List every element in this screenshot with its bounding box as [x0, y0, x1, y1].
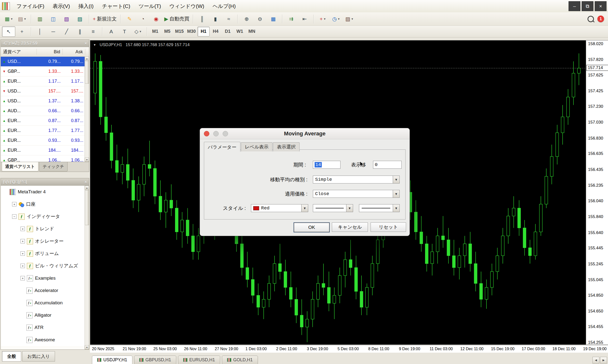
- cancel-button[interactable]: キャンセル: [332, 222, 368, 232]
- column-header-0[interactable]: 通貨ペア: [1, 49, 37, 55]
- ok-button[interactable]: OK: [294, 222, 330, 232]
- navigator-tab-favorites[interactable]: お気に入り: [22, 351, 55, 362]
- search-icon[interactable]: [588, 16, 594, 22]
- crosshair-tool-button[interactable]: +: [15, 26, 29, 37]
- profiles-button[interactable]: ▤▾: [15, 14, 29, 24]
- timeframe-mn-button[interactable]: MN: [246, 27, 258, 36]
- line-width-select[interactable]: ▼: [359, 204, 400, 212]
- table-row[interactable]: ▼USD...157....157....: [1, 86, 89, 96]
- collapse-icon[interactable]: −: [12, 214, 17, 219]
- templates-list-button[interactable]: ▨▾: [342, 14, 356, 24]
- expand-icon[interactable]: +: [20, 227, 25, 231]
- fibonacci-tool-button[interactable]: ≡: [87, 26, 100, 37]
- history-center-button[interactable]: ◔: [136, 14, 149, 24]
- tree-item[interactable]: −ƒインディケータ: [1, 210, 89, 223]
- table-row[interactable]: ▲EUR...184....184....: [1, 146, 89, 155]
- text-tool-button[interactable]: A: [105, 26, 118, 37]
- chevron-down-icon[interactable]: ▼: [393, 176, 399, 183]
- scrollbar-thumb[interactable]: [85, 61, 89, 84]
- ma-method-select[interactable]: Simple ▼: [313, 176, 400, 183]
- menu-item-4[interactable]: ツール(T): [134, 1, 165, 12]
- cursor-tool-button[interactable]: ↖: [2, 26, 15, 37]
- periods-list-button[interactable]: ◷▾: [329, 14, 342, 24]
- arrows-tool-button[interactable]: ◇▾: [131, 26, 144, 37]
- timeframe-m30-button[interactable]: M30: [185, 27, 197, 36]
- dialog-tab-1[interactable]: レベル表示: [241, 142, 272, 151]
- horizontal-line-tool-button[interactable]: ─: [47, 26, 60, 37]
- tree-item[interactable]: +口座: [1, 198, 89, 210]
- menu-item-0[interactable]: ファイル(F): [12, 1, 49, 12]
- auto-scroll-button[interactable]: ⇉: [285, 14, 298, 24]
- tree-item[interactable]: +ƒオシレーター: [1, 235, 89, 247]
- timeframe-d1-button[interactable]: D1: [222, 27, 234, 36]
- chevron-down-icon[interactable]: ▼: [346, 204, 353, 212]
- menu-item-1[interactable]: 表示(V): [49, 1, 74, 12]
- market-watch-tab-1[interactable]: ティックチ: [39, 162, 68, 171]
- reset-button[interactable]: リセット: [371, 222, 406, 232]
- chart-tab-gold-h1[interactable]: GOLD,H1: [222, 356, 258, 364]
- timeframe-m15-button[interactable]: M15: [173, 27, 185, 36]
- candlestick-mode-button[interactable]: ▮: [209, 14, 222, 24]
- expand-icon[interactable]: +: [20, 239, 25, 243]
- terminal-toggle-button[interactable]: ▨: [73, 14, 87, 24]
- close-icon[interactable]: ×: [84, 180, 87, 185]
- tree-item[interactable]: ƒxAlligator: [1, 309, 89, 321]
- navigator-toggle-button[interactable]: ▧: [60, 14, 73, 24]
- timeframe-h4-button[interactable]: H4: [210, 27, 222, 36]
- tree-item[interactable]: +ƒトレンド: [1, 223, 89, 235]
- vertical-line-tool-button[interactable]: │: [33, 26, 47, 37]
- table-row[interactable]: ▲EUR...1.77...1.77...: [1, 126, 89, 136]
- zoom-in-button[interactable]: ⊕: [240, 14, 253, 24]
- column-header-2[interactable]: Ask: [63, 49, 85, 55]
- dialog-tab-0[interactable]: パラメーター: [204, 142, 240, 152]
- tree-item[interactable]: ƒxATR: [1, 321, 89, 334]
- minimize-button[interactable]: –: [569, 1, 580, 11]
- metaeditor-button[interactable]: ✎: [123, 14, 136, 24]
- tree-item[interactable]: MetaTrader 4: [1, 186, 89, 198]
- close-button[interactable]: ×: [595, 1, 607, 11]
- menu-item-2[interactable]: 挿入(I): [74, 1, 98, 12]
- market-watch-tab-0[interactable]: 通貨ペアリスト: [2, 162, 38, 171]
- menu-item-3[interactable]: チャート(C): [98, 1, 135, 12]
- menu-item-6[interactable]: ヘルプ(H): [208, 1, 240, 12]
- table-row[interactable]: ▲AUD...0.66...0.66...: [1, 106, 89, 116]
- expand-icon[interactable]: +: [20, 276, 25, 280]
- notification-badge[interactable]: 1: [597, 16, 604, 22]
- dialog-titlebar[interactable]: Moving Average: [200, 128, 410, 139]
- label-tool-button[interactable]: T: [118, 26, 131, 37]
- table-row[interactable]: ▲EUR...0.93...0.93...: [1, 136, 89, 146]
- tree-item[interactable]: +ƒxExamples: [1, 272, 89, 284]
- table-row[interactable]: ▼GBP...1.33...1.33...: [1, 67, 89, 76]
- dialog-maximize-icon[interactable]: [223, 131, 228, 136]
- tree-item[interactable]: ƒxAccumulation: [1, 297, 89, 309]
- alerts-button[interactable]: ◉: [149, 14, 163, 24]
- chevron-down-icon[interactable]: ▼: [93, 43, 96, 47]
- scroll-up-icon[interactable]: ▲: [85, 56, 89, 61]
- tree-item[interactable]: +ƒボリューム: [1, 247, 89, 260]
- data-window-toggle-button[interactable]: ◫: [47, 14, 60, 24]
- table-row[interactable]: ▲USD...1.37...1.38...: [1, 96, 89, 106]
- scrollbar-thumb[interactable]: [85, 190, 89, 225]
- close-icon[interactable]: ×: [84, 41, 87, 46]
- auto-trading-button[interactable]: ▶自動売買: [163, 14, 191, 24]
- dialog-tab-2[interactable]: 表示選択: [273, 142, 300, 151]
- bar-chart-mode-button[interactable]: ║: [195, 14, 209, 24]
- shift-input[interactable]: 0: [373, 161, 402, 169]
- tree-item[interactable]: ƒxAwesome: [1, 334, 89, 346]
- chart-tab-eurusd-h1[interactable]: EURUSD,H1: [178, 356, 220, 364]
- scroll-down-icon[interactable]: ▼: [85, 158, 89, 162]
- chevron-down-icon[interactable]: ▼: [393, 204, 399, 212]
- chart-shift-button[interactable]: ⇤: [298, 14, 311, 24]
- table-row[interactable]: ▲USD...0.79...0.79...: [1, 57, 89, 67]
- new-chart-button[interactable]: ▦▾: [2, 14, 15, 24]
- dialog-minimize-icon[interactable]: [213, 131, 219, 136]
- column-header-1[interactable]: Bid: [37, 49, 63, 55]
- expand-icon[interactable]: +: [20, 264, 25, 268]
- market-watch-scrollbar[interactable]: ▲ ▼: [85, 56, 89, 162]
- navigator-scrollbar[interactable]: ▲ ▼: [85, 186, 89, 349]
- chart-tab-gbpusd-h1[interactable]: GBPUSD,H1: [134, 356, 176, 364]
- menu-item-5[interactable]: ウィンドウ(W): [165, 1, 208, 12]
- channel-tool-button[interactable]: ∥: [73, 26, 87, 37]
- line-chart-mode-button[interactable]: ≈: [222, 14, 235, 24]
- timeframe-w1-button[interactable]: W1: [234, 27, 246, 36]
